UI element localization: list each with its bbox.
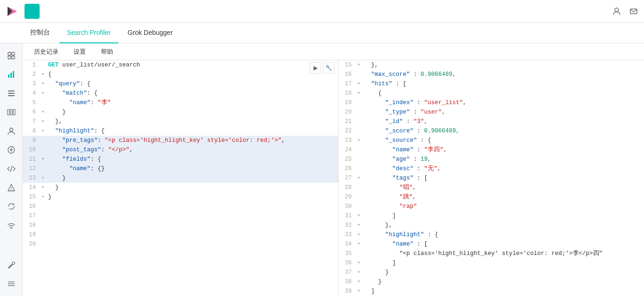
fold-toggle[interactable]: ▾ <box>40 183 46 192</box>
fold-toggle[interactable] <box>355 98 362 107</box>
sidebar-item-users[interactable] <box>3 123 20 140</box>
fold-toggle[interactable] <box>355 249 362 258</box>
fold-toggle[interactable]: ▾ <box>40 126 46 136</box>
fold-toggle[interactable]: ▾ <box>355 211 362 221</box>
line-content <box>46 239 338 249</box>
fold-toggle[interactable]: ▾ <box>355 173 362 183</box>
fold-toggle[interactable] <box>355 202 362 211</box>
line-number: 5 <box>23 98 40 107</box>
fold-toggle[interactable]: ▾ <box>40 173 46 183</box>
line-number: 10 <box>23 145 40 155</box>
fold-toggle[interactable]: ▾ <box>40 117 46 126</box>
sidebar-item-discover[interactable] <box>3 85 20 102</box>
sidebar-item-wifi[interactable] <box>3 217 20 234</box>
tab-search-profiler[interactable]: Search Profiler <box>59 23 118 43</box>
sidebar-item-maps[interactable] <box>3 104 20 121</box>
table-row: 8▾ "highlight": { <box>23 126 338 136</box>
fold-toggle[interactable]: ▾ <box>40 79 46 89</box>
fold-toggle[interactable] <box>40 221 46 230</box>
fold-toggle[interactable] <box>355 192 362 202</box>
mail-icon[interactable] <box>629 7 638 16</box>
svg-rect-12 <box>8 109 9 115</box>
fold-toggle[interactable] <box>355 155 362 164</box>
table-row: 35 "<p class='hight_hlight_key' style='c… <box>339 249 644 258</box>
toolbar-settings[interactable]: 设置 <box>70 46 90 58</box>
fold-toggle[interactable] <box>40 239 46 249</box>
fold-toggle[interactable]: ▾ <box>355 79 362 89</box>
line-content: GET user_list/user/_search <box>46 60 338 70</box>
fold-toggle[interactable] <box>40 60 46 70</box>
sidebar-item-wrench[interactable] <box>3 256 20 273</box>
sidebar-item-plus[interactable] <box>3 141 20 158</box>
panel-resize-handle[interactable]: ⋮ <box>336 171 339 185</box>
fold-toggle[interactable]: ▾ <box>355 268 362 277</box>
fold-toggle[interactable]: ▾ <box>40 192 46 202</box>
fold-toggle[interactable]: ▾ <box>40 89 46 98</box>
svg-point-15 <box>9 128 13 132</box>
line-number: 36 <box>339 258 355 268</box>
line-content <box>46 230 338 239</box>
sidebar-item-chart[interactable] <box>3 66 20 83</box>
fold-toggle[interactable] <box>355 183 362 192</box>
fold-toggle[interactable]: ▾ <box>355 277 362 287</box>
fold-toggle[interactable]: ▾ <box>40 107 46 117</box>
fold-toggle[interactable]: ▾ <box>355 258 362 268</box>
line-content: "_id" : "3", <box>362 117 644 126</box>
tab-console[interactable]: 控制台 <box>23 23 58 43</box>
table-row: 36▾ ] <box>339 258 644 268</box>
sidebar-item-menu[interactable] <box>3 275 20 292</box>
fold-toggle[interactable]: ▾ <box>355 136 362 145</box>
table-row: 33▾ "highlight" : { <box>339 230 644 239</box>
table-row: 28 "唱", <box>339 183 644 192</box>
fold-toggle[interactable] <box>40 230 46 239</box>
fold-toggle[interactable]: ▾ <box>355 239 362 249</box>
line-number: 17 <box>339 79 355 89</box>
fold-toggle[interactable] <box>40 202 46 211</box>
run-button[interactable]: ▶ <box>310 62 321 74</box>
svg-rect-6 <box>8 74 9 78</box>
toolbar-help[interactable]: 帮助 <box>97 46 117 58</box>
fold-toggle[interactable]: ▾ <box>355 89 362 98</box>
fold-toggle[interactable]: ▾ <box>40 155 46 164</box>
fold-toggle[interactable] <box>40 164 46 173</box>
svg-rect-8 <box>13 71 14 78</box>
line-content: "post_tags": "</p>", <box>46 145 338 155</box>
code-editor-left[interactable]: 1GET user_list/user/_search2▾{3▾ "query"… <box>23 60 338 296</box>
line-number: 6 <box>23 107 40 117</box>
fold-toggle[interactable] <box>40 145 46 155</box>
fold-toggle[interactable] <box>355 70 362 79</box>
sidebar-item-code[interactable] <box>3 160 20 177</box>
fold-toggle[interactable] <box>355 107 362 117</box>
table-row: 26 "desc" : "无", <box>339 164 644 173</box>
wrench-button[interactable]: 🔧 <box>323 62 334 74</box>
line-content: "fields": { <box>46 155 338 164</box>
fold-toggle[interactable] <box>355 117 362 126</box>
tab-grok-debugger[interactable]: Grok Debugger <box>120 23 181 43</box>
user-icon[interactable] <box>612 7 621 16</box>
fold-toggle[interactable] <box>40 211 46 221</box>
fold-toggle[interactable]: ▾ <box>355 230 362 239</box>
fold-toggle[interactable] <box>40 136 46 145</box>
sidebar-item-home[interactable] <box>3 47 20 64</box>
line-number: 32 <box>339 221 355 230</box>
line-content: "name" : [ <box>362 239 644 249</box>
line-number: 2 <box>23 70 40 79</box>
fold-toggle[interactable]: ▾ <box>355 221 362 230</box>
fold-toggle[interactable] <box>355 126 362 136</box>
line-content: "highlight": { <box>46 126 338 136</box>
table-row: 22 "_score" : 0.9066489, <box>339 126 644 136</box>
fold-toggle[interactable] <box>40 98 46 107</box>
fold-toggle[interactable]: ▾ <box>355 287 362 296</box>
fold-toggle[interactable] <box>355 145 362 155</box>
toolbar-history[interactable]: 历史记录 <box>30 46 62 58</box>
line-content: "<p class='hight_hlight_key' style='colo… <box>362 249 644 258</box>
fold-toggle[interactable]: ▾ <box>355 60 362 70</box>
fold-toggle[interactable] <box>355 164 362 173</box>
sidebar-item-alert[interactable] <box>3 179 20 196</box>
sidebar-item-refresh[interactable] <box>3 198 20 215</box>
table-row: 27▾ "tags" : [ <box>339 173 644 183</box>
line-content: } <box>46 192 338 202</box>
table-row: 5 "name": "李" <box>23 98 338 107</box>
fold-toggle[interactable]: ▾ <box>40 70 46 79</box>
svg-rect-9 <box>8 90 15 91</box>
